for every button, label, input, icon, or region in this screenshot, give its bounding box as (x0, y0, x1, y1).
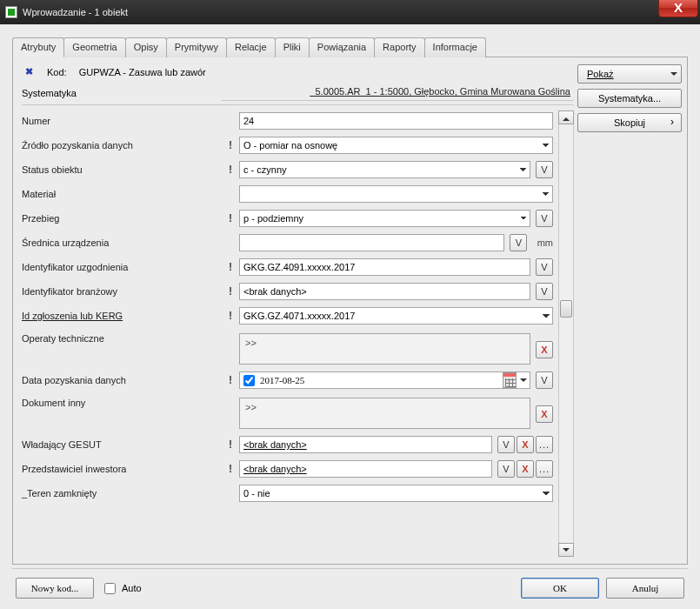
row-zrodlo: Źródło pozyskania danych ! (22, 135, 553, 156)
row-material: Materiał (22, 184, 553, 204)
tab-prymitywy[interactable]: Prymitywy (166, 37, 227, 57)
row-przedst: Przedstawiciel inwestora ! <brak danych>… (22, 458, 553, 479)
pin-icon[interactable]: ! (222, 164, 239, 175)
systematyka-button[interactable]: Systematyka... (577, 89, 682, 108)
label-numer: Numer (22, 116, 222, 126)
select-id-zgl[interactable] (239, 307, 553, 325)
show-button[interactable]: Pokaż (577, 64, 682, 84)
tab-geometria[interactable]: Geometria (63, 37, 125, 57)
calendar-icon[interactable] (503, 372, 516, 388)
row-status: Status obiektu ! V (22, 159, 553, 180)
pin-icon[interactable]: ! (222, 439, 239, 450)
tab-strip: Atrybuty Geometria Opisy Prymitywy Relac… (12, 37, 688, 57)
main-column: ✖ Kod: GUPWZA - Zasuwa lub zawór Systema… (22, 64, 574, 557)
select-teren[interactable] (239, 485, 553, 502)
pin-icon[interactable]: ! (222, 311, 239, 321)
v-button[interactable]: V (536, 283, 553, 300)
scroll-track[interactable] (558, 124, 574, 543)
row-dokument: Dokument inny >> X (22, 394, 553, 431)
area-dokument[interactable]: >> (239, 398, 530, 429)
row-srednica: Średnica urządzenia V mm (22, 232, 553, 253)
input-id-bran[interactable] (239, 283, 530, 300)
label-data-poz: Data pozyskania danych (22, 375, 222, 385)
kod-row: ✖ Kod: GUPWZA - Zasuwa lub zawór (22, 64, 574, 84)
date-input[interactable] (239, 371, 530, 389)
window-title: Wprowadzanie - 1 obiekt (23, 7, 128, 17)
scroll-thumb[interactable] (560, 300, 572, 318)
select-material[interactable] (239, 185, 553, 203)
new-code-button[interactable]: Nowy kod... (16, 578, 94, 599)
tab-informacje[interactable]: Informacje (424, 37, 486, 57)
scroll-down-button[interactable] (558, 543, 574, 557)
v-button[interactable]: V (497, 460, 515, 478)
label-id-uzg: Identyfikator uzgodnienia (22, 262, 222, 272)
label-status: Status obiektu (22, 164, 222, 175)
auto-toggle[interactable]: Auto (101, 580, 142, 597)
tab-opisy[interactable]: Opisy (125, 37, 167, 57)
copy-button[interactable]: Skopiuj (577, 113, 682, 132)
v-button[interactable]: V (497, 436, 515, 453)
v-button[interactable]: V (536, 258, 553, 276)
client-area: Atrybuty Geometria Opisy Prymitywy Relac… (0, 24, 700, 609)
input-srednica[interactable] (239, 234, 504, 251)
v-button[interactable]: V (536, 210, 553, 227)
date-value[interactable] (258, 372, 503, 388)
pin-icon[interactable]: ! (222, 286, 239, 297)
delete-button[interactable]: X (536, 405, 553, 423)
close-icon[interactable]: ✖ (22, 66, 33, 77)
row-wladajacy: Władający GESUT ! <brak danych> V X ... (22, 434, 553, 455)
row-id-bran: Identyfikator branżowy ! V (22, 281, 553, 302)
delete-button[interactable]: X (517, 460, 534, 478)
form-rows: Numer Źródło pozyskania danych ! Status … (22, 110, 555, 557)
label-srednica: Średnica urządzenia (22, 238, 222, 248)
auto-label: Auto (122, 583, 142, 593)
chevron-down-icon[interactable] (518, 372, 530, 388)
titlebar: Wprowadzanie - 1 obiekt X (0, 0, 700, 24)
tab-relacje[interactable]: Relacje (226, 37, 276, 57)
scroll-up-button[interactable] (558, 110, 574, 124)
more-button[interactable]: ... (536, 460, 553, 478)
area-operaty[interactable]: >> (239, 333, 530, 365)
select-zrodlo[interactable] (239, 137, 553, 154)
kod-value: GUPWZA - Zasuwa lub zawór (79, 67, 206, 77)
tab-powiazania[interactable]: Powiązania (309, 37, 375, 57)
pin-icon[interactable]: ! (222, 375, 239, 385)
date-checkbox[interactable] (243, 375, 255, 386)
link-wladajacy[interactable]: <brak danych> (239, 436, 492, 453)
select-przebieg[interactable] (239, 210, 530, 227)
auto-checkbox[interactable] (104, 583, 116, 594)
cancel-button[interactable]: Anuluj (606, 578, 684, 599)
delete-button[interactable]: X (536, 341, 553, 358)
tab-atrybuty[interactable]: Atrybuty (12, 37, 64, 57)
select-status[interactable] (239, 161, 530, 178)
v-button[interactable]: V (510, 234, 527, 251)
unit-mm: mm (532, 238, 553, 248)
v-button[interactable]: V (536, 371, 553, 389)
label-przebieg: Przebieg (22, 213, 222, 224)
ok-button[interactable]: OK (521, 578, 599, 599)
label-zrodlo: Źródło pozyskania danych (22, 140, 222, 151)
tab-raporty[interactable]: Raporty (374, 37, 425, 57)
more-button[interactable]: ... (536, 436, 553, 453)
row-teren: _Teren zamknięty (22, 483, 553, 504)
label-wladajacy: Władający GESUT (22, 439, 222, 450)
input-id-uzg[interactable] (239, 258, 530, 276)
input-numer[interactable] (239, 112, 553, 130)
tab-pliki[interactable]: Pliki (275, 37, 310, 57)
pin-icon[interactable]: ! (222, 262, 239, 272)
close-button[interactable]: X (658, 0, 698, 17)
footer-bar: Nowy kod... Auto OK Anuluj (12, 568, 688, 599)
link-przedst[interactable]: <brak danych> (239, 460, 492, 478)
v-button[interactable]: V (536, 161, 553, 178)
row-id-uzg: Identyfikator uzgodnienia ! V (22, 257, 553, 278)
systematyka-value[interactable]: _5.0005.AR_1 - 1:5000, Głębocko, Gmina M… (222, 84, 574, 101)
scrollbar[interactable] (558, 110, 574, 557)
side-column: Pokaż Systematyka... Skopiuj (577, 64, 682, 557)
pin-icon[interactable]: ! (222, 213, 239, 224)
pin-icon[interactable]: ! (222, 140, 239, 151)
pin-icon[interactable]: ! (222, 464, 239, 474)
delete-button[interactable]: X (517, 436, 534, 453)
row-data-poz: Data pozyskania danych ! V (22, 370, 553, 391)
row-numer: Numer (22, 110, 553, 131)
app-icon (5, 6, 17, 18)
